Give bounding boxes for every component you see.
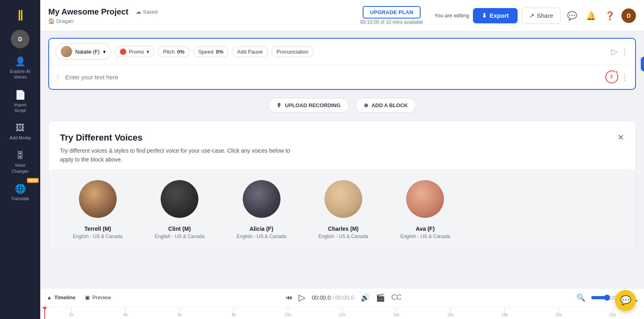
share-button[interactable]: ↗ Share [522, 8, 561, 24]
voices-panel-header: Try Different Voices Try different voice… [60, 133, 624, 164]
pronunciation-label: Pronunciation [277, 49, 309, 55]
export-button[interactable]: ⬇ Export [473, 8, 518, 23]
timeline-toggle[interactable]: ▲ Timeline [47, 294, 75, 300]
voice-block-toolbar: Natalie (F) ▾ 🔴 Promo ▾ Pitch 0% Speed 0… [49, 39, 635, 65]
header-left: My Awesome Project ☁ Saved 🏠 Dragan [48, 7, 158, 24]
skip-back-button[interactable]: ⏮ [286, 294, 292, 301]
voice-card-name: Terrell (M) [84, 226, 111, 232]
add-pause-button[interactable]: Add Pause [232, 46, 268, 57]
record-button[interactable]: 🎙 [605, 70, 618, 83]
sidebar-item-add-media[interactable]: 🖼 Add Media [0, 119, 40, 145]
ruler-mark: 8s [207, 308, 261, 317]
play-button[interactable]: ▷ [611, 47, 617, 56]
sidebar-item-voice-changer[interactable]: 🎛 VoiceChanger [0, 146, 40, 178]
header: My Awesome Project ☁ Saved 🏠 Dragan UPGR… [40, 0, 644, 31]
messages-button[interactable]: 💬 [565, 8, 580, 23]
pitch-value: 0% [177, 49, 185, 55]
voice-avatar-image [161, 180, 198, 218]
upgrade-plan-button[interactable]: UPGRADE PLAN [363, 6, 421, 19]
ruler-mark: 6s [153, 308, 207, 317]
ruler-mark: 12s [315, 308, 369, 317]
add-block-button[interactable]: ⊕ ADD A BLOCK [355, 98, 416, 113]
header-right: You are editing ⬇ Export ↗ Share 💬 🔔 ❓ D [434, 8, 636, 24]
timeline-play-button[interactable]: ▷ [299, 292, 305, 303]
microphone-icon: 🎙 [277, 102, 282, 108]
add-block-label: ADD A BLOCK [372, 102, 408, 108]
voice-selector[interactable]: Natalie (F) ▾ [56, 44, 111, 60]
add-block-right-button[interactable]: + [641, 57, 644, 71]
add-pause-label: Add Pause [237, 49, 263, 55]
voice-card-avatar [159, 179, 200, 219]
user-avatar-button[interactable]: D [621, 8, 636, 23]
home-icon: 🏠 [48, 18, 55, 24]
voice-card-name: Clint (M) [168, 226, 191, 232]
sidebar-item-label: Add Media [10, 135, 31, 141]
time-current-value: 00:00.0 [312, 294, 331, 301]
ruler-mark: 22s [586, 308, 640, 317]
close-voices-panel-button[interactable]: ✕ [617, 133, 624, 142]
voice-card-avatar [323, 179, 363, 219]
help-button[interactable]: ❓ [603, 8, 617, 23]
sidebar-item-translate[interactable]: NEW 🌐 Translate [0, 180, 40, 205]
saved-badge: ☁ Saved [136, 8, 158, 15]
notifications-button[interactable]: 🔔 [584, 8, 599, 23]
voice-card[interactable]: Alicia (F) English - US & Canada [221, 179, 302, 239]
ruler-mark: 10s [261, 308, 315, 317]
clapperboard-button[interactable]: 🎬 [376, 293, 385, 302]
volume-button[interactable]: 🔊 [361, 293, 369, 302]
project-title: My Awesome Project [48, 7, 128, 17]
voices-grid: Terrell (M) English - US & Canada Clint … [49, 169, 636, 249]
time-available: 00:10:00 of 10 mins available [360, 19, 423, 25]
share-icon: ↗ [529, 12, 535, 19]
upload-recording-button[interactable]: 🎙 UPLOAD RECORDING [268, 98, 349, 113]
timeline-center: ⏮ ▷ 00:00.0 / 00:00.0 🔊 🎬 CC [116, 292, 572, 303]
avatar[interactable]: D [11, 30, 29, 48]
pitch-label: Pitch [163, 49, 175, 55]
voice-card-lang: English - US & Canada [400, 234, 450, 239]
voice-avatar-image [243, 180, 281, 218]
saved-label: Saved [143, 9, 158, 15]
voice-card-lang: English - US & Canada [73, 234, 122, 239]
ruler-mark: 14s [369, 308, 423, 317]
download-icon: ⬇ [482, 12, 487, 19]
cloud-icon: ☁ [136, 8, 141, 15]
voice-card-lang: English - US & Canada [237, 234, 286, 239]
ruler-mark: 16s [423, 308, 478, 317]
ruler-mark: 2s [44, 308, 99, 317]
text-row-more-button[interactable]: ⋮ [621, 72, 629, 82]
timeline-ruler: 2s4s6s8s10s12s14s16s18s20s22s [40, 307, 644, 319]
pronunciation-button[interactable]: Pronunciation [271, 46, 314, 57]
plus-circle-icon: ⊕ [364, 102, 368, 108]
app-logo[interactable]: || [10, 4, 31, 25]
voice-avatar-image [406, 180, 444, 218]
voices-panel: Try Different Voices Try different voice… [48, 121, 636, 249]
more-options-button[interactable]: ⋮ [621, 47, 629, 56]
speed-value: 0% [216, 49, 223, 55]
timeline: ▲ Timeline ▣ Preview ⏮ ▷ 00:00.0 / 00:00… [40, 288, 644, 319]
voice-card[interactable]: Ava (F) English - US & Canada [384, 179, 466, 239]
sidebar-item-explore-voices[interactable]: 👤 Explore AI Voices [0, 52, 40, 84]
current-time: 00:00.0 / 00:00.0 [312, 294, 354, 301]
speed-control[interactable]: Speed 0% [193, 46, 229, 57]
sidebar-item-label: ImportScript [14, 102, 26, 114]
sidebar-item-import-script[interactable]: 📄 ImportScript [0, 86, 40, 118]
voice-card[interactable]: Terrell (M) English - US & Canada [57, 179, 138, 239]
drag-handle-icon[interactable]: ⠿ [56, 73, 60, 81]
zoom-out-button[interactable]: 🔍 [576, 293, 585, 302]
voice-name: Natalie (F) [75, 49, 100, 55]
pitch-control[interactable]: Pitch 0% [158, 46, 190, 57]
chat-fab-button[interactable]: 💬 [615, 290, 636, 311]
captions-button[interactable]: CC [391, 293, 402, 302]
style-selector[interactable]: 🔴 Promo ▾ [114, 46, 155, 57]
voice-card[interactable]: Clint (M) English - US & Canada [138, 179, 220, 239]
voice-card[interactable]: Charles (M) English - US & Canada [302, 179, 384, 239]
style-label: Promo [129, 49, 144, 55]
breadcrumb-label: Dragan [56, 18, 74, 24]
text-input[interactable] [65, 74, 601, 81]
header-center: UPGRADE PLAN 00:10:00 of 10 mins availab… [360, 6, 423, 25]
sidebar-item-label: Translate [11, 196, 29, 201]
share-label: Share [537, 12, 553, 19]
preview-button[interactable]: ▣ Preview [85, 294, 111, 300]
ruler-mark: 20s [532, 308, 586, 317]
timeline-controls: ▲ Timeline ▣ Preview ⏮ ▷ 00:00.0 / 00:00… [40, 288, 644, 307]
